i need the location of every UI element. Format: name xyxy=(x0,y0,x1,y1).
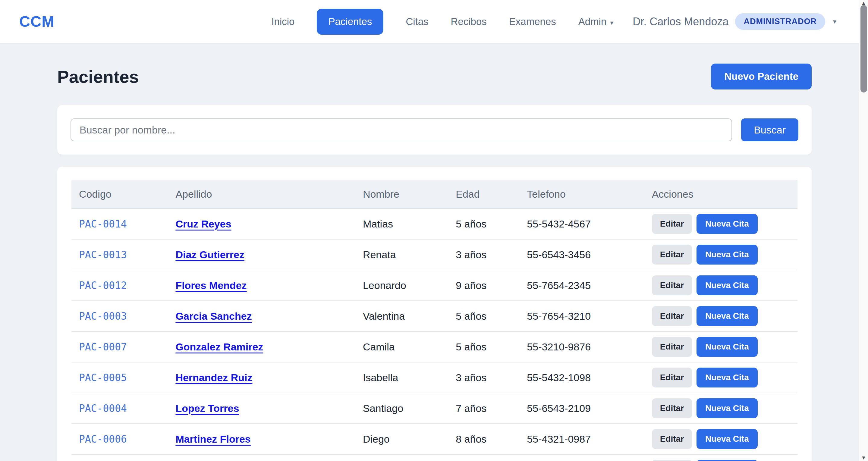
patient-age: 5 años xyxy=(448,218,519,230)
patient-age: 8 años xyxy=(448,433,519,445)
patient-surname-cell: Hernandez Ruiz xyxy=(168,372,355,383)
patient-first-name: Isabella xyxy=(355,372,448,383)
edit-button[interactable]: Editar xyxy=(652,368,692,388)
scroll-down-icon[interactable]: ▼ xyxy=(859,455,868,460)
nav-item-recibos[interactable]: Recibos xyxy=(451,16,487,27)
patient-surname-link[interactable]: Garcia Sanchez xyxy=(176,310,252,322)
patient-surname-link[interactable]: Cruz Reyes xyxy=(176,218,231,229)
edit-button[interactable]: Editar xyxy=(652,460,692,461)
new-appointment-button[interactable]: Nueva Cita xyxy=(696,245,758,265)
nav-item-citas[interactable]: Citas xyxy=(406,16,428,27)
patient-phone: 55-5432-1098 xyxy=(519,372,644,383)
edit-button[interactable]: Editar xyxy=(652,214,692,234)
nav-item-admin[interactable]: Admin▾ xyxy=(578,16,614,27)
row-actions: Editar Nueva Cita xyxy=(644,368,798,388)
patient-surname-link[interactable]: Hernandez Ruiz xyxy=(176,372,252,383)
patient-surname-cell: Lopez Torres xyxy=(168,403,355,414)
user-menu[interactable]: Dr. Carlos Mendoza ADMINISTRADOR ▾ xyxy=(632,13,836,30)
column-header-acciones: Acciones xyxy=(644,188,798,200)
patient-code: PAC-0013 xyxy=(71,249,168,260)
user-name: Dr. Carlos Mendoza xyxy=(632,16,728,28)
new-appointment-button[interactable]: Nueva Cita xyxy=(696,275,758,295)
row-actions: Editar Nueva Cita xyxy=(644,337,798,357)
edit-button[interactable]: Editar xyxy=(652,429,692,449)
nav-item-inicio[interactable]: Inicio xyxy=(271,16,294,27)
patient-surname-cell: Gonzalez Ramirez xyxy=(168,341,355,353)
search-input[interactable] xyxy=(70,118,732,141)
patient-first-name: Santiago xyxy=(355,403,448,414)
patient-first-name: Leonardo xyxy=(355,280,448,291)
edit-button[interactable]: Editar xyxy=(652,245,692,265)
scrollbar-thumb[interactable] xyxy=(861,5,867,92)
row-actions: Editar Nueva Cita xyxy=(644,275,798,295)
patient-phone: 55-6543-3456 xyxy=(519,249,644,260)
table-header-row: CodigoApellidoNombreEdadTelefonoAcciones xyxy=(71,180,798,209)
patient-age: 7 años xyxy=(448,403,519,414)
table-row: PAC-0004 Lopez Torres Santiago 7 años 55… xyxy=(71,393,798,424)
patient-code: PAC-0005 xyxy=(71,372,168,383)
table-row: PAC-0006 Martinez Flores Diego 8 años 55… xyxy=(71,424,798,455)
patient-surname-link[interactable]: Martinez Flores xyxy=(176,433,250,445)
patient-age: 5 años xyxy=(448,341,519,353)
table-row: PAC-0013 Diaz Gutierrez Renata 3 años 55… xyxy=(71,240,798,270)
row-actions: Editar Nueva Cita xyxy=(644,429,798,449)
patient-code: PAC-0007 xyxy=(71,341,168,353)
table-row: PAC-0007 Gonzalez Ramirez Camila 5 años … xyxy=(71,332,798,363)
table-row: PAC-0012 Flores Mendez Leonardo 9 años 5… xyxy=(71,270,798,301)
new-appointment-button[interactable]: Nueva Cita xyxy=(696,368,758,388)
patient-age: 5 años xyxy=(448,310,519,322)
column-header-codigo: Codigo xyxy=(71,188,168,200)
edit-button[interactable]: Editar xyxy=(652,275,692,295)
column-header-apellido: Apellido xyxy=(168,188,355,200)
new-appointment-button[interactable]: Nueva Cita xyxy=(696,337,758,357)
patient-code: PAC-0003 xyxy=(71,310,168,322)
patient-code: PAC-0012 xyxy=(71,280,168,291)
patient-code: PAC-0006 xyxy=(71,433,168,445)
table-row: PAC-0014 Cruz Reyes Matias 5 años 55-543… xyxy=(71,209,798,240)
chevron-down-icon: ▾ xyxy=(833,18,836,26)
patient-surname-link[interactable]: Lopez Torres xyxy=(176,403,239,414)
patient-phone: 55-6543-2109 xyxy=(519,403,644,414)
table-row: Editar Nueva Cita xyxy=(71,455,798,461)
patient-first-name: Matias xyxy=(355,218,448,230)
patient-surname-cell: Diaz Gutierrez xyxy=(168,249,355,260)
edit-button[interactable]: Editar xyxy=(652,398,692,418)
patient-first-name: Renata xyxy=(355,249,448,260)
main-content: Pacientes Nuevo Paciente Buscar CodigoAp… xyxy=(0,44,868,461)
vertical-scrollbar[interactable]: ▲ ▼ xyxy=(859,0,868,461)
edit-button[interactable]: Editar xyxy=(652,337,692,357)
new-appointment-button[interactable]: Nueva Cita xyxy=(696,398,758,418)
patients-table-body: PAC-0014 Cruz Reyes Matias 5 años 55-543… xyxy=(71,209,798,461)
patient-phone: 55-3210-9876 xyxy=(519,341,644,353)
role-badge: ADMINISTRADOR xyxy=(735,13,825,30)
table-row: PAC-0005 Hernandez Ruiz Isabella 3 años … xyxy=(71,363,798,393)
new-appointment-button[interactable]: Nueva Cita xyxy=(696,214,758,234)
patient-phone: 55-7654-3210 xyxy=(519,310,644,322)
patient-surname-link[interactable]: Flores Mendez xyxy=(176,280,247,291)
new-appointment-button[interactable]: Nueva Cita xyxy=(696,429,758,449)
patient-surname-cell: Garcia Sanchez xyxy=(168,310,355,322)
table-row: PAC-0003 Garcia Sanchez Valentina 5 años… xyxy=(71,301,798,332)
nav-item-pacientes[interactable]: Pacientes xyxy=(317,9,383,35)
search-card: Buscar xyxy=(57,105,812,155)
new-appointment-button[interactable]: Nueva Cita xyxy=(696,460,758,461)
new-patient-button[interactable]: Nuevo Paciente xyxy=(711,64,812,90)
row-actions: Editar Nueva Cita xyxy=(644,214,798,234)
column-header-telefono: Telefono xyxy=(519,188,644,200)
new-appointment-button[interactable]: Nueva Cita xyxy=(696,306,758,326)
patient-surname-link[interactable]: Gonzalez Ramirez xyxy=(176,341,263,352)
patient-phone: 55-7654-2345 xyxy=(519,280,644,291)
row-actions: Editar Nueva Cita xyxy=(644,460,798,461)
search-button[interactable]: Buscar xyxy=(741,118,798,141)
patient-age: 3 años xyxy=(448,372,519,383)
nav-item-examenes[interactable]: Examenes xyxy=(509,16,556,27)
patients-table-card: CodigoApellidoNombreEdadTelefonoAcciones… xyxy=(57,166,812,461)
patient-surname-cell: Flores Mendez xyxy=(168,280,355,291)
edit-button[interactable]: Editar xyxy=(652,306,692,326)
patient-code: PAC-0004 xyxy=(71,403,168,414)
patient-first-name: Camila xyxy=(355,341,448,353)
app-logo[interactable]: CCM xyxy=(19,13,55,30)
patient-surname-link[interactable]: Diaz Gutierrez xyxy=(176,249,244,260)
top-navbar: CCM InicioPacientesCitasRecibosExamenesA… xyxy=(0,0,868,44)
row-actions: Editar Nueva Cita xyxy=(644,306,798,326)
